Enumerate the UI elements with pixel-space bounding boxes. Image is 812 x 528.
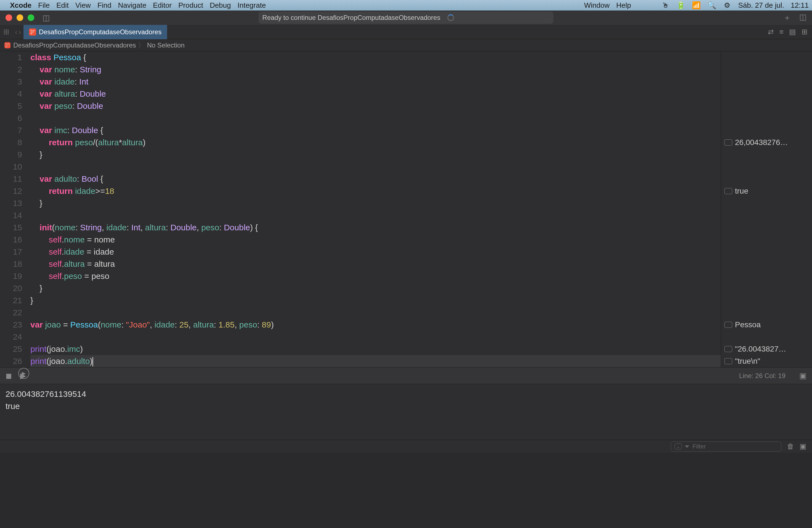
battery-icon[interactable]: 🔋 xyxy=(677,1,685,10)
swift-file-icon: 🕊 xyxy=(29,28,36,35)
code-line[interactable] xyxy=(30,307,721,319)
trash-icon[interactable]: 🗑 xyxy=(787,442,794,451)
control-center-icon[interactable]: ⚙ xyxy=(723,1,731,10)
console-layout-icon[interactable]: ▣ xyxy=(800,442,807,451)
result-row xyxy=(721,221,812,234)
breadcrumb-selection[interactable]: No Selection xyxy=(147,41,185,49)
line-number: 22 xyxy=(0,307,22,319)
toggle-left-panel-icon[interactable]: ◫ xyxy=(43,13,50,23)
code-line[interactable] xyxy=(30,209,721,221)
active-tab[interactable]: 🕊 DesafiosPropComputadaseObservadores xyxy=(24,25,167,39)
panel-toggle-icon[interactable]: ▣ xyxy=(799,371,807,380)
result-row[interactable]: true xyxy=(721,185,812,197)
wifi-icon[interactable]: 📶 xyxy=(692,1,701,10)
code-line[interactable] xyxy=(30,112,721,124)
menu-debug[interactable]: Debug xyxy=(209,1,231,10)
code-line[interactable]: return peso/(altura*altura) xyxy=(30,136,721,149)
quicklook-icon[interactable] xyxy=(724,346,732,352)
menu-view[interactable]: View xyxy=(75,1,91,10)
grid-icon[interactable]: ⊞ xyxy=(3,28,10,36)
code-line[interactable]: self.peso = peso xyxy=(30,270,721,282)
menu-edit[interactable]: Edit xyxy=(56,1,69,10)
code-line[interactable]: print(joao.imc) xyxy=(30,343,721,355)
result-row xyxy=(721,234,812,246)
result-row[interactable]: "26.0043827… xyxy=(721,343,812,355)
line-number: 10 xyxy=(0,161,22,173)
minimize-window-button[interactable] xyxy=(17,14,23,21)
console-output[interactable]: 26.004382761139514true xyxy=(0,384,812,440)
code-line[interactable]: self.altura = altura xyxy=(30,258,721,270)
result-value: Pessoa xyxy=(735,320,760,329)
result-row xyxy=(721,282,812,294)
lines-icon[interactable]: ≡ xyxy=(779,28,784,36)
code-line[interactable]: var adulto: Bool { xyxy=(30,173,721,185)
code-line[interactable] xyxy=(30,161,721,173)
code-line[interactable]: init(nome: String, idade: Int, altura: D… xyxy=(30,221,721,234)
mouse-icon[interactable]: 🖱 xyxy=(661,1,670,10)
quicklook-icon[interactable] xyxy=(724,140,732,146)
code-line[interactable]: self.nome = nome xyxy=(30,234,721,246)
code-line[interactable]: self.idade = idade xyxy=(30,246,721,258)
search-icon[interactable]: 🔍 xyxy=(707,1,716,10)
menu-help[interactable]: Help xyxy=(616,1,631,10)
code-line[interactable]: var joao = Pessoa(nome: "Joao", idade: 2… xyxy=(30,319,721,331)
menu-integrate[interactable]: Integrate xyxy=(237,1,266,10)
code-line[interactable]: } xyxy=(30,149,721,161)
code-line[interactable]: var idade: Int xyxy=(30,76,721,88)
filter-scope-icon[interactable]: ⌄ xyxy=(675,443,682,449)
code-line[interactable]: } xyxy=(30,294,721,307)
code-line[interactable]: var imc: Double { xyxy=(30,124,721,136)
menu-navigate[interactable]: Navigate xyxy=(118,1,146,10)
nav-forward-icon[interactable]: › xyxy=(18,28,21,36)
quicklook-icon[interactable] xyxy=(724,188,732,194)
nav-back-icon[interactable]: ‹ xyxy=(15,28,17,36)
code-line[interactable]: } xyxy=(30,282,721,294)
result-row[interactable]: "true\n" xyxy=(721,355,812,367)
library-icon[interactable]: ◫ xyxy=(799,12,807,23)
menu-find[interactable]: Find xyxy=(98,1,112,10)
code-editor[interactable]: ▶ 12345678910111213141516171819202122232… xyxy=(0,52,721,367)
close-window-button[interactable] xyxy=(5,14,12,21)
line-number: 17 xyxy=(0,246,22,258)
activity-viewer[interactable]: Ready to continue DesafiosPropComputadas… xyxy=(259,12,553,24)
code-line[interactable]: var peso: Double xyxy=(30,100,721,112)
code-line[interactable] xyxy=(30,331,721,343)
menu-window[interactable]: Window xyxy=(584,1,610,10)
result-row xyxy=(721,294,812,307)
macos-menubar: Xcode File Edit View Find Navigate Edito… xyxy=(0,0,812,11)
quicklook-icon[interactable] xyxy=(724,322,732,328)
menubar-time[interactable]: 12:11 xyxy=(791,1,809,10)
menu-product[interactable]: Product xyxy=(178,1,203,10)
code-line[interactable]: class Pessoa { xyxy=(30,52,721,63)
code-line[interactable]: return idade>=18 xyxy=(30,185,721,197)
minimap-icon[interactable]: ▤ xyxy=(789,28,796,36)
line-number: 26 xyxy=(0,355,22,367)
code-line[interactable]: print(joao.adulto) xyxy=(30,355,721,367)
breadcrumb-separator-icon: 〉 xyxy=(138,41,145,50)
line-number: 7 xyxy=(0,124,22,136)
quicklook-icon[interactable] xyxy=(724,358,732,364)
breadcrumb-project[interactable]: DesafiosPropComputadaseObservadores xyxy=(13,41,136,49)
code-line[interactable]: } xyxy=(30,197,721,209)
result-row[interactable]: 26,00438276… xyxy=(721,136,812,149)
result-row xyxy=(721,88,812,100)
add-tab-icon[interactable]: ＋ xyxy=(783,12,791,23)
zoom-window-button[interactable] xyxy=(28,14,34,21)
menu-file[interactable]: File xyxy=(38,1,50,10)
menu-editor[interactable]: Editor xyxy=(153,1,172,10)
code-line[interactable]: var nome: String xyxy=(30,63,721,76)
code-line[interactable]: var altura: Double xyxy=(30,88,721,100)
refresh-icon[interactable]: ⇄ xyxy=(768,28,774,36)
run-line-icon[interactable]: ▶ xyxy=(18,368,29,379)
result-row xyxy=(721,149,812,161)
split-right-icon[interactable]: ⊞ xyxy=(801,28,808,36)
code-area[interactable]: class Pessoa { var nome: String var idad… xyxy=(28,52,721,367)
result-row[interactable]: Pessoa xyxy=(721,319,812,331)
result-row xyxy=(721,331,812,343)
line-number: 21 xyxy=(0,294,22,307)
result-row xyxy=(721,161,812,173)
menubar-date[interactable]: Sáb. 27 de jul. xyxy=(738,1,784,10)
breadcrumb[interactable]: 🕊 DesafiosPropComputadaseObservadores 〉 … xyxy=(0,39,812,52)
console-filter-input[interactable]: ⌄ ⏷ Filter xyxy=(671,442,781,452)
menu-app[interactable]: Xcode xyxy=(10,1,31,10)
